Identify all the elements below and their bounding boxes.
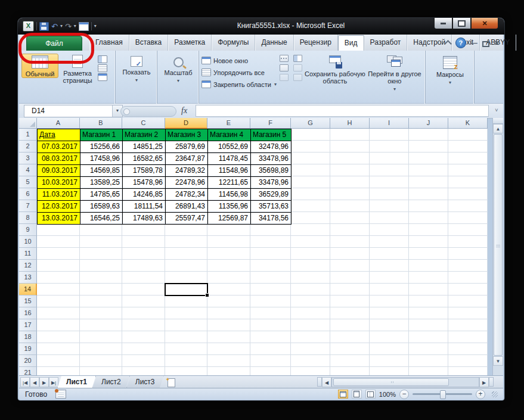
grid-cell[interactable] xyxy=(409,236,448,248)
grid-cell[interactable] xyxy=(165,295,207,307)
grid-cell[interactable] xyxy=(370,236,409,248)
table-cell[interactable]: 11548,96 xyxy=(208,165,251,177)
row-header-8[interactable]: 8 xyxy=(19,212,37,224)
table-cell[interactable]: 12569,87 xyxy=(208,213,251,225)
grid-cell[interactable] xyxy=(207,260,250,272)
table-header-cell[interactable]: Магазин 2 xyxy=(123,129,166,141)
grid-cell[interactable] xyxy=(207,284,250,295)
table-cell[interactable]: 35713,63 xyxy=(251,201,292,213)
grid-cell[interactable] xyxy=(207,248,250,260)
grid-cell[interactable] xyxy=(250,284,291,295)
grid-cell[interactable] xyxy=(291,260,330,272)
first-sheet-icon[interactable]: |◀ xyxy=(20,377,30,387)
grid-cell[interactable] xyxy=(37,367,80,375)
grid-cell[interactable] xyxy=(448,272,488,284)
table-cell[interactable]: 12211,65 xyxy=(208,177,251,189)
macro-record-icon[interactable] xyxy=(55,390,66,399)
grid-cell[interactable] xyxy=(80,331,122,343)
table-cell[interactable]: 34178,56 xyxy=(251,213,292,225)
grid-cell[interactable] xyxy=(80,355,122,367)
grid-cell[interactable] xyxy=(80,343,122,355)
grid-cell[interactable] xyxy=(370,224,409,236)
table-cell[interactable]: 26891,43 xyxy=(166,201,208,213)
zoom-slider[interactable] xyxy=(413,393,472,395)
view-side-by-side-icon[interactable] xyxy=(293,55,302,62)
grid-cell[interactable] xyxy=(370,307,409,319)
row-header-14[interactable]: 14 xyxy=(19,284,37,295)
last-sheet-icon[interactable]: ▶| xyxy=(49,377,58,387)
macros-button[interactable]: Макросы xyxy=(432,55,469,86)
row-header-6[interactable]: 6 xyxy=(19,188,37,200)
table-cell[interactable]: 25879,69 xyxy=(166,141,208,153)
table-cell[interactable]: 15478,96 xyxy=(123,177,166,189)
grid-cell[interactable] xyxy=(330,176,370,188)
column-header-C[interactable]: C xyxy=(122,118,165,129)
table-cell[interactable]: 36529,89 xyxy=(251,189,292,201)
grid-cell[interactable] xyxy=(370,343,409,355)
table-header-cell[interactable]: Дата xyxy=(38,129,80,141)
grid-cell[interactable] xyxy=(37,260,80,272)
grid-cell[interactable] xyxy=(165,343,207,355)
split-icon[interactable] xyxy=(280,55,289,62)
row-header-4[interactable]: 4 xyxy=(19,164,37,176)
next-sheet-icon[interactable]: ▶ xyxy=(39,377,49,387)
horizontal-split-handle[interactable] xyxy=(317,377,322,387)
new-window-button[interactable]: Новое окно xyxy=(201,55,277,66)
grid-cell[interactable] xyxy=(370,272,409,284)
grid-cell[interactable] xyxy=(291,212,330,224)
grid-cell[interactable] xyxy=(207,272,250,284)
grid-cell[interactable] xyxy=(291,129,330,141)
grid-cell[interactable] xyxy=(409,343,448,355)
grid-cell[interactable] xyxy=(291,236,330,248)
grid-cell[interactable] xyxy=(448,129,488,141)
grid-cell[interactable] xyxy=(250,236,291,248)
grid-cell[interactable] xyxy=(80,367,122,375)
grid-cell[interactable] xyxy=(165,248,207,260)
status-page-layout-button[interactable] xyxy=(352,390,362,399)
grid-cell[interactable] xyxy=(207,236,250,248)
grid-cell[interactable] xyxy=(207,331,250,343)
grid-cell[interactable] xyxy=(122,236,165,248)
grid-cell[interactable] xyxy=(250,260,291,272)
column-header-E[interactable]: E xyxy=(207,118,250,129)
undo-icon[interactable]: ↶ xyxy=(51,23,58,30)
grid-cell[interactable] xyxy=(448,188,488,200)
grid-cell[interactable] xyxy=(250,343,291,355)
help-icon[interactable]: ? xyxy=(455,38,466,48)
workbook-restore-icon[interactable] xyxy=(482,41,489,47)
grid-cell[interactable] xyxy=(330,284,370,295)
grid-cell[interactable] xyxy=(80,307,122,319)
grid-cell[interactable] xyxy=(291,188,330,200)
grid-cell[interactable] xyxy=(370,129,409,141)
grid-cell[interactable] xyxy=(448,319,488,331)
grid-cell[interactable] xyxy=(370,355,409,367)
grid-cell[interactable] xyxy=(370,367,409,375)
vertical-split-handle[interactable] xyxy=(493,118,503,124)
grid-cell[interactable] xyxy=(250,331,291,343)
grid-cell[interactable] xyxy=(448,343,488,355)
grid-cell[interactable] xyxy=(370,200,409,212)
grid-cell[interactable] xyxy=(207,224,250,236)
grid-cell[interactable] xyxy=(330,248,370,260)
grid-cell[interactable] xyxy=(37,343,80,355)
grid-cell[interactable] xyxy=(291,164,330,176)
grid-cell[interactable] xyxy=(330,307,370,319)
table-cell[interactable]: 13589,25 xyxy=(80,177,123,189)
grid-cell[interactable] xyxy=(80,319,122,331)
grid-cell[interactable] xyxy=(370,284,409,295)
formula-input[interactable] xyxy=(196,105,489,117)
zoom-in-icon[interactable]: + xyxy=(476,390,485,399)
grid-cell[interactable] xyxy=(370,188,409,200)
select-all-corner[interactable] xyxy=(19,118,37,129)
status-normal-view-button[interactable] xyxy=(338,390,348,399)
grid-cell[interactable] xyxy=(409,260,448,272)
grid-cell[interactable] xyxy=(80,224,122,236)
grid-cell[interactable] xyxy=(165,367,207,375)
column-header-J[interactable]: J xyxy=(409,118,448,129)
grid-cell[interactable] xyxy=(122,284,165,295)
grid-cell[interactable] xyxy=(370,141,409,153)
row-header-2[interactable]: 2 xyxy=(19,141,37,153)
grid-cell[interactable] xyxy=(291,141,330,153)
table-cell[interactable]: 17458,96 xyxy=(80,153,123,165)
grid-cell[interactable] xyxy=(448,260,488,272)
